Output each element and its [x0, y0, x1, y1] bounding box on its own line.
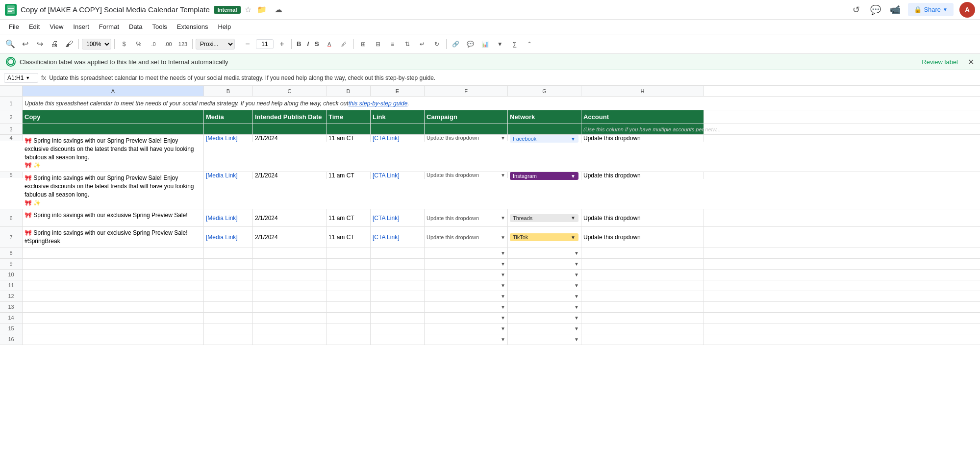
cell-b9[interactable]: [204, 259, 253, 269]
campaign-dropdown-4[interactable]: Update this dropdown ▼: [427, 135, 505, 141]
align-icon[interactable]: ≡: [386, 38, 399, 50]
cell-f2[interactable]: Campaign: [425, 110, 508, 124]
cell-c5[interactable]: 2/1/2024: [253, 172, 327, 179]
comment-toolbar-icon[interactable]: 💬: [464, 38, 477, 50]
cell-f12[interactable]: ▼: [425, 291, 508, 301]
cell-c16[interactable]: [253, 334, 327, 345]
cell-f7[interactable]: Update this dropdown ▼: [425, 227, 508, 248]
campaign-dropdown-7[interactable]: Update this dropdown ▼: [427, 234, 505, 240]
cell-e16[interactable]: [371, 334, 425, 345]
menu-insert[interactable]: Insert: [69, 21, 93, 32]
menu-edit[interactable]: Edit: [25, 21, 44, 32]
cell-b13[interactable]: [204, 302, 253, 312]
highlight-color-icon[interactable]: 🖊: [338, 38, 351, 50]
cell-a9[interactable]: [23, 259, 204, 269]
decimal-dec-icon[interactable]: .0: [147, 38, 160, 50]
cell-a4[interactable]: 🎀 Spring into savings with our Spring Pr…: [23, 135, 204, 172]
cell-c4[interactable]: 2/1/2024: [253, 135, 327, 142]
valign-icon[interactable]: ⇅: [401, 38, 414, 50]
cell-g16[interactable]: ▼: [508, 334, 581, 345]
cell-h13[interactable]: [581, 302, 704, 312]
cell-h10[interactable]: [581, 270, 704, 280]
cell-d10[interactable]: [327, 270, 371, 280]
cell-a16[interactable]: [23, 334, 204, 345]
cell-c9[interactable]: [253, 259, 327, 269]
cell-b4[interactable]: [Media Link]: [204, 135, 253, 142]
cell-b15[interactable]: [204, 323, 253, 334]
network-arrow-4[interactable]: ▼: [571, 136, 576, 142]
cell-d5[interactable]: 11 am CT: [327, 172, 371, 179]
campaign-arrow-7[interactable]: ▼: [501, 235, 505, 240]
bold-button[interactable]: B: [295, 39, 303, 49]
cell-b3[interactable]: [204, 124, 253, 134]
video-icon[interactable]: 📹: [888, 3, 902, 17]
cell-b14[interactable]: [204, 313, 253, 323]
cell-g14[interactable]: ▼: [508, 313, 581, 323]
cell-e11[interactable]: [371, 280, 425, 291]
cloud-icon[interactable]: ☁: [272, 3, 285, 16]
cell-g3[interactable]: [508, 124, 581, 134]
cell-a11[interactable]: [23, 280, 204, 291]
cell-f15[interactable]: ▼: [425, 323, 508, 334]
cell-a2[interactable]: Copy: [23, 110, 204, 124]
cell-b5[interactable]: [Media Link]: [204, 172, 253, 179]
menu-view[interactable]: View: [46, 21, 67, 32]
cell-a6[interactable]: 🎀 Spring into savings with our exclusive…: [23, 209, 204, 226]
cell-e3[interactable]: [371, 124, 425, 134]
redo-icon[interactable]: ↪: [33, 38, 46, 50]
menu-tools[interactable]: Tools: [148, 21, 171, 32]
cell-g4[interactable]: Facebook ▼: [508, 135, 581, 143]
font-size-decrease-icon[interactable]: −: [241, 38, 254, 50]
menu-extensions[interactable]: Extensions: [173, 21, 212, 32]
strikethrough-button[interactable]: S: [313, 39, 321, 49]
cell-c10[interactable]: [253, 270, 327, 280]
cell-c15[interactable]: [253, 323, 327, 334]
cell-h14[interactable]: [581, 313, 704, 323]
step-by-step-guide-link[interactable]: this step-by-step guide: [349, 100, 408, 107]
cell-f5[interactable]: Update this dropdown ▼: [425, 172, 508, 178]
cell-c13[interactable]: [253, 302, 327, 312]
cell-d7[interactable]: 11 am CT: [327, 227, 371, 248]
cell-g12[interactable]: ▼: [508, 291, 581, 301]
cell-c3[interactable]: [253, 124, 327, 134]
campaign-dropdown-5[interactable]: Update this dropdown ▼: [427, 172, 505, 178]
cell-a7[interactable]: 🎀 Spring into savings with our exclusive…: [23, 227, 204, 248]
cell-h3[interactable]: (Use this column if you have multiple ac…: [581, 124, 704, 134]
cell-h4[interactable]: Update this dropdown: [581, 135, 704, 142]
cell-e4[interactable]: [CTA Link]: [371, 135, 425, 142]
cell-a13[interactable]: [23, 302, 204, 312]
zoom-select[interactable]: 100%: [82, 39, 111, 50]
cell-h7[interactable]: Update this dropdown: [581, 227, 704, 248]
col-header-b[interactable]: B: [204, 86, 253, 96]
cell-d4[interactable]: 11 am CT: [327, 135, 371, 142]
cell-f6[interactable]: Update this dropdown ▼: [425, 209, 508, 226]
formula-icon[interactable]: ∑: [508, 38, 521, 50]
cell-h5[interactable]: Update this dropdown: [581, 172, 704, 179]
cell-e13[interactable]: [371, 302, 425, 312]
text-color-icon[interactable]: A: [323, 38, 336, 50]
cell-a8[interactable]: [23, 248, 204, 258]
cell-c2[interactable]: Intended Publish Date: [253, 110, 327, 124]
cell-g5[interactable]: Instagram ▼: [508, 172, 581, 180]
cell-f11[interactable]: ▼: [425, 280, 508, 291]
cell-h6[interactable]: Update this dropdown: [581, 209, 704, 226]
menu-format[interactable]: Format: [95, 21, 123, 32]
cell-b6[interactable]: [Media Link]: [204, 209, 253, 226]
cell-h15[interactable]: [581, 323, 704, 334]
menu-file[interactable]: File: [5, 21, 23, 32]
cell-g13[interactable]: ▼: [508, 302, 581, 312]
cell-a12[interactable]: [23, 291, 204, 301]
cell-d15[interactable]: [327, 323, 371, 334]
cell-b11[interactable]: [204, 280, 253, 291]
print-icon[interactable]: 🖨: [48, 38, 61, 50]
cell-h8[interactable]: [581, 248, 704, 258]
cell-g2[interactable]: Network: [508, 110, 581, 124]
paint-format-icon[interactable]: 🖌: [63, 38, 75, 50]
merge-icon[interactable]: ⊟: [372, 38, 384, 50]
cell-b7[interactable]: [Media Link]: [204, 227, 253, 248]
cell-a3[interactable]: [23, 124, 204, 134]
cell-g6[interactable]: Threads ▼: [508, 209, 581, 226]
col-header-g[interactable]: G: [508, 86, 581, 96]
campaign-arrow-5[interactable]: ▼: [501, 173, 505, 178]
cell-f13[interactable]: ▼: [425, 302, 508, 312]
